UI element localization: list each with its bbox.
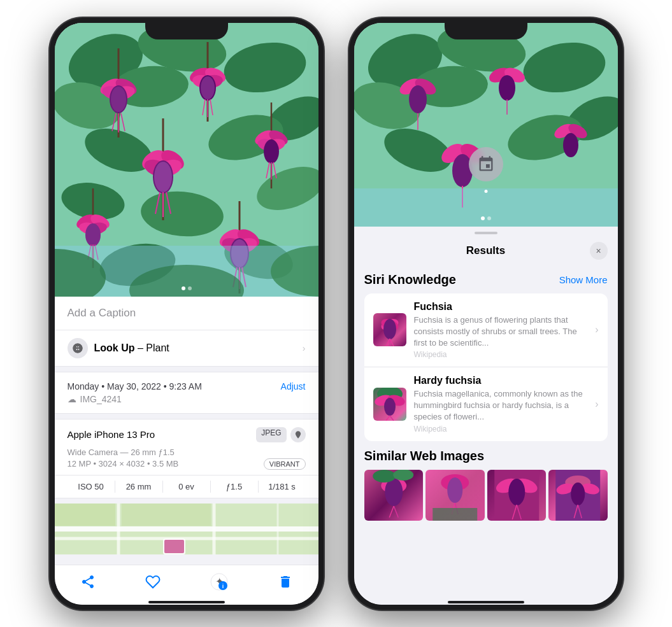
hardy-desc: Fuchsia magellanica, commonly known as t… [414,388,588,423]
hardy-chevron: › [595,398,598,410]
siri-knowledge-header: Siri Knowledge Show More [364,272,608,287]
device-section: Apple iPhone 13 Pro JPEG Wide Camera — 2… [55,419,318,498]
similar-img-3[interactable] [487,470,547,521]
results-content: Siri Knowledge Show More [354,265,618,605]
exif-ev: 0 ev [163,481,211,493]
svg-point-125 [384,398,396,416]
fuchsia-name: Fuchsia [414,301,588,313]
adjust-button[interactable]: Adjust [281,381,306,391]
filename-row: ☁ IMG_4241 [68,394,306,404]
home-indicator [148,601,225,603]
fuchsia-text: Fuchsia Fuchsia is a genus of flowering … [414,301,588,360]
caption-placeholder: Add a Caption [68,307,136,319]
badge-row: JPEG [256,427,305,442]
svg-rect-138 [433,508,477,521]
siri-visual-lookup-button[interactable] [469,147,503,181]
exif-focal: 26 mm [115,481,163,493]
fuchsia-thumbnail [373,313,406,346]
svg-point-30 [201,76,215,99]
share-button[interactable] [80,574,96,593]
page-dot-1 [182,286,185,290]
format-badge: JPEG [256,427,286,442]
right-page-dot-2 [487,216,491,220]
hardy-text: Hardy fuchsia Fuchsia magellanica, commo… [414,375,588,433]
svg-point-114 [563,133,578,157]
svg-point-40 [154,162,172,192]
svg-rect-115 [354,188,618,227]
svg-line-131 [394,506,398,518]
fuchsia-source: Wikipedia [414,350,588,359]
similar-img-1[interactable] [364,470,424,521]
svg-point-149 [571,483,585,505]
results-close-button[interactable]: × [590,242,608,260]
lookup-dash: – [135,342,147,353]
exif-row: ISO 50 26 mm 0 ev ƒ1.5 1/181 s [55,475,318,498]
exif-shutter: 1/181 s [259,481,306,493]
location-badge [290,427,306,442]
mp-specs: 12 MP • 3024 × 4032 • 3.5 MB [68,459,179,468]
hardy-source: Wikipedia [414,425,588,433]
lookup-chevron: › [303,343,306,353]
right-notch [445,18,527,39]
like-button[interactable] [145,574,161,593]
svg-point-49 [264,139,279,164]
show-more-button[interactable]: Show More [559,274,608,285]
hardy-name: Hardy fuchsia [414,375,588,386]
similar-grid [364,470,608,521]
knowledge-card: Fuchsia Fuchsia is a genus of flowering … [364,293,608,441]
photo-area [55,23,318,297]
svg-point-102 [409,85,427,113]
hardy-thumbnail [373,388,406,421]
similar-img-4[interactable] [548,470,608,521]
fuchsia-desc: Fuchsia is a genus of flowering plants t… [414,314,588,349]
right-page-indicator [481,216,491,220]
exif-aperture: ƒ1.5 [211,481,259,493]
delete-button[interactable] [278,574,293,593]
right-home-indicator [448,601,524,603]
siri-knowledge-title: Siri Knowledge [364,272,456,287]
page-indicator [182,286,192,290]
vibrant-badge: VIBRANT [264,458,306,470]
lookup-bold: Look Up [94,342,135,353]
svg-line-127 [390,416,394,421]
map-thumbnail[interactable] [55,504,318,554]
results-panel: Results × Siri Knowledge Show More [354,227,618,605]
results-header: Results × [354,234,618,265]
svg-text:i: i [222,583,224,589]
device-header: Apple iPhone 13 Pro JPEG [55,419,318,447]
left-phone-inner: Add a Caption Look Up – Plant › Mon [55,23,318,605]
similar-title: Similar Web Images [364,449,608,463]
results-title: Results [382,244,590,257]
visual-lookup-icon [68,338,88,358]
exif-iso: ISO 50 [68,481,115,493]
fuchsia-chevron: › [595,324,598,335]
svg-point-142 [508,479,525,505]
notch [145,18,228,39]
svg-point-129 [385,478,403,506]
svg-rect-86 [164,540,184,553]
similar-img-2[interactable] [425,470,485,521]
info-panel: Add a Caption Look Up – Plant › Mon [55,297,318,565]
device-name: Apple iPhone 13 Pro [68,429,155,440]
meta-section: Monday • May 30, 2022 • 9:23 AM Adjust ☁… [55,372,318,414]
svg-line-126 [386,416,390,421]
camera-specs: Wide Camera — 26 mm ƒ1.5 12 MP • 3024 × … [55,447,318,475]
right-phone-inner: Results × Siri Knowledge Show More [354,23,618,605]
right-page-dot-1 [481,216,485,220]
svg-line-121 [390,339,394,346]
info-button[interactable]: ✦ i [210,573,228,595]
lookup-row[interactable]: Look Up – Plant › [55,330,318,367]
svg-point-132 [373,470,396,483]
svg-rect-83 [55,504,115,526]
lookup-label: Look Up – Plant [94,342,169,354]
knowledge-item-hardy[interactable]: Hardy fuchsia Fuchsia magellanica, commo… [364,367,608,441]
page-dot-2 [188,286,192,290]
caption-area[interactable]: Add a Caption [55,297,318,330]
flower-photo [55,23,318,297]
knowledge-item-fuchsia[interactable]: Fuchsia Fuchsia is a genus of flowering … [364,293,608,368]
cloud-icon: ☁ [68,394,76,404]
right-phone: Results × Siri Knowledge Show More [349,18,623,610]
similar-section: Similar Web Images [364,449,608,521]
svg-point-106 [499,75,515,101]
left-phone: Add a Caption Look Up – Plant › Mon [50,18,324,610]
